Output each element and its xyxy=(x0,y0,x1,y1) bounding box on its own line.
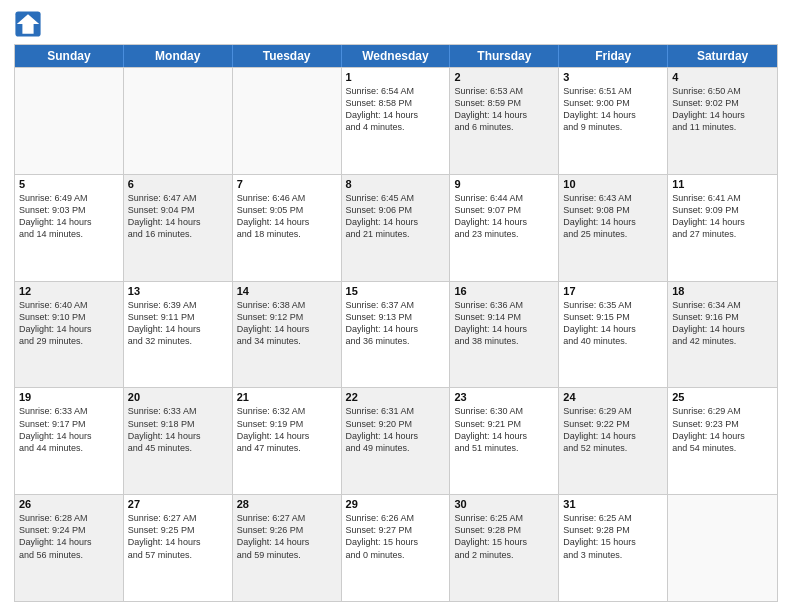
cell-info: Sunrise: 6:35 AMSunset: 9:15 PMDaylight:… xyxy=(563,299,663,348)
calendar-cell: 18Sunrise: 6:34 AMSunset: 9:16 PMDayligh… xyxy=(668,282,777,388)
cell-info: Sunrise: 6:49 AMSunset: 9:03 PMDaylight:… xyxy=(19,192,119,241)
calendar-cell: 14Sunrise: 6:38 AMSunset: 9:12 PMDayligh… xyxy=(233,282,342,388)
calendar-cell: 9Sunrise: 6:44 AMSunset: 9:07 PMDaylight… xyxy=(450,175,559,281)
day-number: 29 xyxy=(346,498,446,510)
cell-info: Sunrise: 6:25 AMSunset: 9:28 PMDaylight:… xyxy=(454,512,554,561)
cell-info: Sunrise: 6:47 AMSunset: 9:04 PMDaylight:… xyxy=(128,192,228,241)
calendar-cell: 29Sunrise: 6:26 AMSunset: 9:27 PMDayligh… xyxy=(342,495,451,601)
cell-info: Sunrise: 6:41 AMSunset: 9:09 PMDaylight:… xyxy=(672,192,773,241)
cell-info: Sunrise: 6:44 AMSunset: 9:07 PMDaylight:… xyxy=(454,192,554,241)
calendar-cell: 15Sunrise: 6:37 AMSunset: 9:13 PMDayligh… xyxy=(342,282,451,388)
calendar-cell: 25Sunrise: 6:29 AMSunset: 9:23 PMDayligh… xyxy=(668,388,777,494)
day-number: 27 xyxy=(128,498,228,510)
calendar-header: SundayMondayTuesdayWednesdayThursdayFrid… xyxy=(15,45,777,67)
cell-info: Sunrise: 6:39 AMSunset: 9:11 PMDaylight:… xyxy=(128,299,228,348)
calendar-cell xyxy=(15,68,124,174)
day-number: 11 xyxy=(672,178,773,190)
cell-info: Sunrise: 6:30 AMSunset: 9:21 PMDaylight:… xyxy=(454,405,554,454)
day-number: 17 xyxy=(563,285,663,297)
cell-info: Sunrise: 6:45 AMSunset: 9:06 PMDaylight:… xyxy=(346,192,446,241)
calendar-cell xyxy=(233,68,342,174)
day-number: 12 xyxy=(19,285,119,297)
day-number: 21 xyxy=(237,391,337,403)
calendar-cell: 19Sunrise: 6:33 AMSunset: 9:17 PMDayligh… xyxy=(15,388,124,494)
cell-info: Sunrise: 6:40 AMSunset: 9:10 PMDaylight:… xyxy=(19,299,119,348)
calendar-row: 12Sunrise: 6:40 AMSunset: 9:10 PMDayligh… xyxy=(15,281,777,388)
cell-info: Sunrise: 6:28 AMSunset: 9:24 PMDaylight:… xyxy=(19,512,119,561)
calendar-row: 1Sunrise: 6:54 AMSunset: 8:58 PMDaylight… xyxy=(15,67,777,174)
logo xyxy=(14,10,44,38)
calendar-cell: 4Sunrise: 6:50 AMSunset: 9:02 PMDaylight… xyxy=(668,68,777,174)
calendar-cell: 16Sunrise: 6:36 AMSunset: 9:14 PMDayligh… xyxy=(450,282,559,388)
calendar-cell: 2Sunrise: 6:53 AMSunset: 8:59 PMDaylight… xyxy=(450,68,559,174)
calendar-cell: 12Sunrise: 6:40 AMSunset: 9:10 PMDayligh… xyxy=(15,282,124,388)
day-number: 4 xyxy=(672,71,773,83)
weekday-header: Wednesday xyxy=(342,45,451,67)
day-number: 1 xyxy=(346,71,446,83)
cell-info: Sunrise: 6:33 AMSunset: 9:18 PMDaylight:… xyxy=(128,405,228,454)
calendar-row: 26Sunrise: 6:28 AMSunset: 9:24 PMDayligh… xyxy=(15,494,777,601)
day-number: 24 xyxy=(563,391,663,403)
day-number: 31 xyxy=(563,498,663,510)
calendar-cell: 20Sunrise: 6:33 AMSunset: 9:18 PMDayligh… xyxy=(124,388,233,494)
calendar-cell: 3Sunrise: 6:51 AMSunset: 9:00 PMDaylight… xyxy=(559,68,668,174)
day-number: 28 xyxy=(237,498,337,510)
weekday-header: Monday xyxy=(124,45,233,67)
day-number: 9 xyxy=(454,178,554,190)
calendar-cell: 5Sunrise: 6:49 AMSunset: 9:03 PMDaylight… xyxy=(15,175,124,281)
weekday-header: Saturday xyxy=(668,45,777,67)
calendar-cell: 1Sunrise: 6:54 AMSunset: 8:58 PMDaylight… xyxy=(342,68,451,174)
day-number: 20 xyxy=(128,391,228,403)
day-number: 6 xyxy=(128,178,228,190)
cell-info: Sunrise: 6:51 AMSunset: 9:00 PMDaylight:… xyxy=(563,85,663,134)
cell-info: Sunrise: 6:32 AMSunset: 9:19 PMDaylight:… xyxy=(237,405,337,454)
calendar-cell xyxy=(124,68,233,174)
cell-info: Sunrise: 6:53 AMSunset: 8:59 PMDaylight:… xyxy=(454,85,554,134)
calendar-cell: 6Sunrise: 6:47 AMSunset: 9:04 PMDaylight… xyxy=(124,175,233,281)
day-number: 10 xyxy=(563,178,663,190)
calendar-cell: 23Sunrise: 6:30 AMSunset: 9:21 PMDayligh… xyxy=(450,388,559,494)
day-number: 14 xyxy=(237,285,337,297)
day-number: 13 xyxy=(128,285,228,297)
cell-info: Sunrise: 6:36 AMSunset: 9:14 PMDaylight:… xyxy=(454,299,554,348)
cell-info: Sunrise: 6:54 AMSunset: 8:58 PMDaylight:… xyxy=(346,85,446,134)
cell-info: Sunrise: 6:33 AMSunset: 9:17 PMDaylight:… xyxy=(19,405,119,454)
calendar-cell: 27Sunrise: 6:27 AMSunset: 9:25 PMDayligh… xyxy=(124,495,233,601)
calendar-cell: 24Sunrise: 6:29 AMSunset: 9:22 PMDayligh… xyxy=(559,388,668,494)
calendar-cell: 31Sunrise: 6:25 AMSunset: 9:28 PMDayligh… xyxy=(559,495,668,601)
day-number: 23 xyxy=(454,391,554,403)
calendar: SundayMondayTuesdayWednesdayThursdayFrid… xyxy=(14,44,778,602)
day-number: 18 xyxy=(672,285,773,297)
day-number: 22 xyxy=(346,391,446,403)
day-number: 8 xyxy=(346,178,446,190)
header xyxy=(14,10,778,38)
calendar-body: 1Sunrise: 6:54 AMSunset: 8:58 PMDaylight… xyxy=(15,67,777,601)
day-number: 25 xyxy=(672,391,773,403)
weekday-header: Tuesday xyxy=(233,45,342,67)
cell-info: Sunrise: 6:37 AMSunset: 9:13 PMDaylight:… xyxy=(346,299,446,348)
cell-info: Sunrise: 6:50 AMSunset: 9:02 PMDaylight:… xyxy=(672,85,773,134)
calendar-cell: 28Sunrise: 6:27 AMSunset: 9:26 PMDayligh… xyxy=(233,495,342,601)
weekday-header: Sunday xyxy=(15,45,124,67)
cell-info: Sunrise: 6:46 AMSunset: 9:05 PMDaylight:… xyxy=(237,192,337,241)
calendar-row: 5Sunrise: 6:49 AMSunset: 9:03 PMDaylight… xyxy=(15,174,777,281)
weekday-header: Thursday xyxy=(450,45,559,67)
calendar-cell: 21Sunrise: 6:32 AMSunset: 9:19 PMDayligh… xyxy=(233,388,342,494)
calendar-cell: 8Sunrise: 6:45 AMSunset: 9:06 PMDaylight… xyxy=(342,175,451,281)
calendar-cell: 30Sunrise: 6:25 AMSunset: 9:28 PMDayligh… xyxy=(450,495,559,601)
day-number: 30 xyxy=(454,498,554,510)
calendar-cell: 17Sunrise: 6:35 AMSunset: 9:15 PMDayligh… xyxy=(559,282,668,388)
calendar-cell: 13Sunrise: 6:39 AMSunset: 9:11 PMDayligh… xyxy=(124,282,233,388)
page: SundayMondayTuesdayWednesdayThursdayFrid… xyxy=(0,0,792,612)
cell-info: Sunrise: 6:26 AMSunset: 9:27 PMDaylight:… xyxy=(346,512,446,561)
logo-icon xyxy=(14,10,42,38)
day-number: 5 xyxy=(19,178,119,190)
calendar-cell: 10Sunrise: 6:43 AMSunset: 9:08 PMDayligh… xyxy=(559,175,668,281)
calendar-cell: 22Sunrise: 6:31 AMSunset: 9:20 PMDayligh… xyxy=(342,388,451,494)
day-number: 16 xyxy=(454,285,554,297)
cell-info: Sunrise: 6:31 AMSunset: 9:20 PMDaylight:… xyxy=(346,405,446,454)
day-number: 26 xyxy=(19,498,119,510)
day-number: 15 xyxy=(346,285,446,297)
cell-info: Sunrise: 6:43 AMSunset: 9:08 PMDaylight:… xyxy=(563,192,663,241)
cell-info: Sunrise: 6:34 AMSunset: 9:16 PMDaylight:… xyxy=(672,299,773,348)
